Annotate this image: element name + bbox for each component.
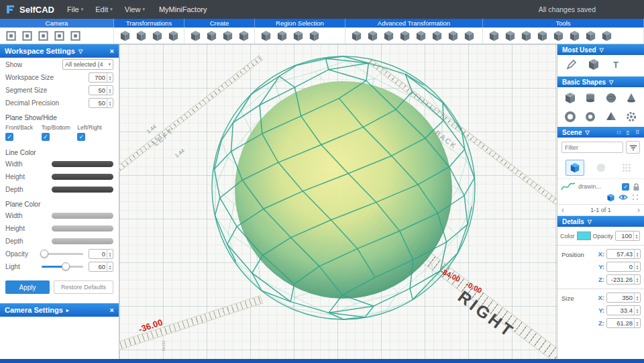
prev-page-icon[interactable]: ‹: [561, 206, 564, 214]
slider-thumb[interactable]: [62, 262, 70, 270]
spinner-arrows-icon[interactable]: ▴▾: [634, 262, 640, 271]
more-options-icon[interactable]: [631, 193, 639, 201]
collapse-icon[interactable]: ▽: [78, 48, 83, 54]
opacity-slider[interactable]: [42, 253, 83, 255]
frontback-checkbox[interactable]: ✓: [5, 133, 13, 141]
show-select[interactable]: All selected (4 ▾: [62, 59, 113, 70]
taper-icon[interactable]: [462, 28, 476, 43]
color-swatch[interactable]: [577, 231, 591, 240]
ribbon-tab-region-selection[interactable]: Region Selection: [255, 19, 345, 28]
spinner-arrows-icon[interactable]: ▴▾: [107, 250, 113, 258]
menu-view[interactable]: View▾: [119, 0, 151, 19]
cube-tool-icon[interactable]: [588, 58, 600, 73]
ribbon-tab-advanced-transformation[interactable]: Advanced Transformation: [345, 19, 483, 28]
topbottom-checkbox[interactable]: ✓: [42, 133, 50, 141]
grid-view-icon[interactable]: ⠿: [635, 129, 639, 136]
torus-shape-icon[interactable]: [560, 108, 580, 125]
twist-icon[interactable]: [445, 28, 460, 43]
top-view-icon[interactable]: [36, 28, 50, 43]
text-tool-icon[interactable]: T: [610, 58, 622, 73]
ribbon-tab-transformations[interactable]: Transformations: [114, 19, 184, 28]
front-view-icon[interactable]: [3, 28, 18, 43]
loft-icon[interactable]: [397, 28, 412, 43]
subtract-icon[interactable]: [502, 28, 517, 43]
detail-opacity-stepper[interactable]: 100 ▴▾: [615, 231, 640, 241]
shell-icon[interactable]: [413, 28, 428, 43]
text-3d-icon[interactable]: [220, 28, 235, 43]
basic-shapes-header[interactable]: Basic Shapes ▽: [557, 76, 644, 87]
scene-header[interactable]: Scene ▽ □ ▯ ⠿: [557, 127, 644, 138]
viewport-3d[interactable]: 1.44 1.44 LEFT BACK RIGHT -36.00 -84.00 …: [119, 44, 557, 359]
slice-icon[interactable]: [535, 28, 549, 43]
intersect-icon[interactable]: [519, 28, 533, 43]
select-face-icon[interactable]: [258, 28, 273, 43]
camera-settings-header[interactable]: Camera Settings ▸ ×: [0, 303, 119, 317]
inner-sphere[interactable]: [235, 81, 452, 299]
wireframe-sphere-object[interactable]: [203, 46, 484, 327]
spinner-arrows-icon[interactable]: ▴▾: [634, 275, 640, 284]
align-icon[interactable]: [551, 28, 566, 43]
filter-button[interactable]: [626, 141, 640, 154]
line-height-color-bar[interactable]: [52, 174, 113, 180]
eye-icon[interactable]: [619, 193, 628, 201]
group-type-filter[interactable]: [617, 160, 636, 176]
decimal-precision-stepper[interactable]: 50 ▴▾: [89, 98, 113, 108]
device-icon[interactable]: ▯: [627, 129, 629, 136]
cone-shape-icon[interactable]: [621, 89, 641, 106]
spinner-arrows-icon[interactable]: ▴▾: [107, 262, 113, 271]
sketch-icon[interactable]: [204, 28, 219, 43]
measure-icon[interactable]: [567, 28, 582, 43]
gear-shape-icon[interactable]: [621, 108, 641, 125]
plane-height-color-bar[interactable]: [52, 225, 113, 231]
revolve-icon[interactable]: [365, 28, 380, 43]
mirror-icon[interactable]: [166, 28, 180, 43]
line-depth-color-bar[interactable]: [52, 187, 113, 193]
size-z-stepper[interactable]: 61.28 ▴▾: [606, 318, 641, 328]
ribbon-tab-camera[interactable]: Camera: [0, 19, 114, 28]
bevel-icon[interactable]: [429, 28, 444, 43]
myminifactory-link[interactable]: MyMiniFactory: [159, 5, 207, 13]
lock-icon[interactable]: [632, 183, 641, 191]
position-y-stepper[interactable]: 0 ▴▾: [606, 262, 641, 272]
workspace-settings-header[interactable]: Workspace Settings ▽ ×: [0, 44, 119, 58]
apply-button[interactable]: Apply: [5, 280, 50, 294]
spinner-arrows-icon[interactable]: ▴▾: [634, 306, 640, 315]
segment-size-stepper[interactable]: 50 ▴▾: [89, 85, 113, 95]
position-x-stepper[interactable]: 57.43 ▴▾: [606, 249, 641, 259]
spinner-arrows-icon[interactable]: ▴▾: [634, 293, 640, 302]
details-header[interactable]: Details ▽: [557, 216, 644, 227]
shape-icon[interactable]: [188, 28, 203, 43]
spinner-arrows-icon[interactable]: ▴▾: [634, 319, 640, 327]
opacity-stepper[interactable]: 0 ▴▾: [89, 249, 113, 259]
workspace-size-stepper[interactable]: 700 ▴▾: [89, 72, 113, 83]
ribbon-tab-tools[interactable]: Tools: [483, 19, 644, 28]
object-name[interactable]: drawin...: [578, 183, 619, 190]
edit-tool-icon[interactable]: [566, 58, 578, 73]
back-view-icon[interactable]: [19, 28, 34, 43]
plane-depth-color-bar[interactable]: [52, 238, 113, 244]
utilities-icon[interactable]: [599, 28, 614, 43]
line-width-color-bar[interactable]: [52, 161, 113, 167]
close-icon[interactable]: ×: [110, 47, 114, 55]
ribbon-tab-create[interactable]: Create: [184, 19, 255, 28]
light-stepper[interactable]: 60 ▴▾: [89, 262, 113, 272]
combine-icon[interactable]: [486, 28, 501, 43]
iso-view-icon[interactable]: [52, 28, 66, 43]
pyramid-shape-icon[interactable]: [601, 108, 621, 125]
image-icon[interactable]: [236, 28, 251, 43]
selfcad-logo[interactable]: SelfCAD: [0, 4, 61, 15]
scene-object-row[interactable]: drawin... ✓: [557, 178, 644, 205]
leftright-checkbox[interactable]: ✓: [77, 133, 85, 141]
mesh-type-filter[interactable]: [566, 160, 584, 176]
size-y-stepper[interactable]: 33.4 ▴▾: [606, 305, 641, 315]
plane-width-color-bar[interactable]: [52, 213, 113, 219]
most-used-header[interactable]: Most Used ▽: [557, 44, 644, 55]
spinner-arrows-icon[interactable]: ▴▾: [633, 231, 639, 240]
spinner-arrows-icon[interactable]: ▴▾: [107, 73, 113, 82]
magnet-icon[interactable]: [583, 28, 598, 43]
scale-icon[interactable]: [150, 28, 164, 43]
cylinder-shape-icon[interactable]: [580, 89, 600, 106]
sphere-type-filter[interactable]: [592, 160, 610, 176]
select-region-icon[interactable]: [290, 28, 305, 43]
light-slider[interactable]: [42, 266, 83, 268]
